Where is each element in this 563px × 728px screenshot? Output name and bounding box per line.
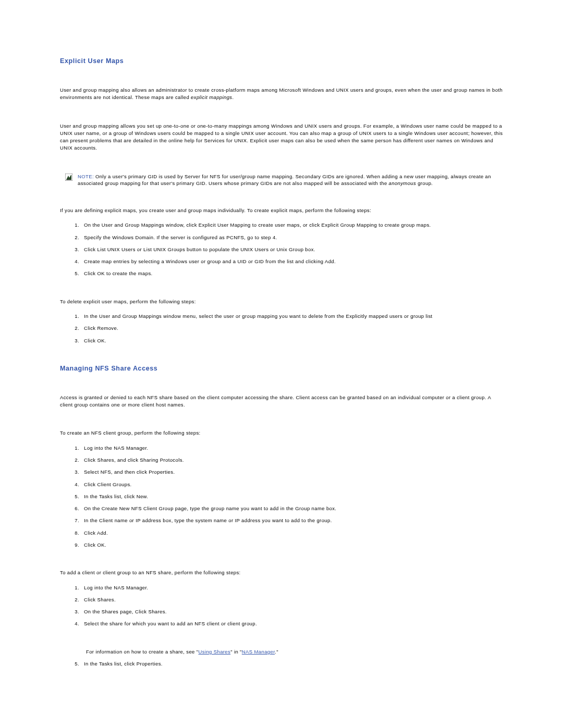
text: For information on how to create a share…	[86, 649, 199, 655]
list-item: Click OK to create the maps.	[81, 270, 503, 277]
list-item: Click OK.	[81, 541, 503, 548]
list-item: In the Client name or IP address box, ty…	[81, 517, 503, 524]
list-item: Log into the NAS Manager.	[81, 445, 503, 451]
emphasis: explicit mappings	[191, 94, 232, 100]
paragraph: To add a client or client group to an NF…	[60, 569, 503, 576]
text: group.	[416, 180, 433, 186]
list-item: Click Shares.	[81, 596, 503, 603]
paragraph: If you are defining explicit maps, you c…	[60, 207, 503, 214]
heading-managing-nfs: Managing NFS Share Access	[60, 365, 503, 372]
note-icon	[65, 174, 72, 181]
text: User and group mapping also allows an ad…	[60, 87, 503, 100]
paragraph: To create an NFS client group, perform t…	[60, 429, 503, 437]
note-text: NOTE: Only a user's primary GID is used …	[78, 173, 503, 188]
list-item: Specify the Windows Domain. If the serve…	[81, 234, 503, 241]
text: ."	[275, 649, 278, 655]
list-item: On the Create New NFS Client Group page,…	[81, 505, 503, 512]
document-page: Explicit User Maps User and group mappin…	[60, 0, 503, 728]
emphasis: anonymous	[389, 180, 417, 186]
heading-explicit-user-maps: Explicit User Maps	[60, 57, 503, 65]
link-nas-manager[interactable]: NAS Manager	[242, 649, 275, 655]
link-using-shares[interactable]: Using Shares	[199, 649, 231, 655]
list-item: Click Add.	[81, 529, 503, 536]
note-label: NOTE:	[78, 174, 95, 179]
ordered-list-add-client: Log into the NAS Manager. Click Shares. …	[60, 584, 503, 668]
list-item: Click Client Groups.	[81, 481, 503, 488]
paragraph: User and group mapping allows you set up…	[60, 122, 503, 152]
list-item: Click Shares, and click Sharing Protocol…	[81, 456, 503, 463]
paragraph: User and group mapping also allows an ad…	[60, 87, 503, 102]
list-item: Click OK.	[81, 337, 503, 344]
list-item: Click Remove.	[81, 325, 503, 331]
text: .	[232, 94, 234, 100]
ordered-list-create-maps: On the User and Group Mappings window, c…	[60, 221, 503, 277]
list-item: In the Tasks list, click Properties.	[81, 660, 503, 667]
list-item: Select the share for which you want to a…	[81, 620, 503, 655]
paragraph: Access is granted or denied to each NFS …	[60, 394, 503, 409]
document-content: Explicit User Maps User and group mappin…	[60, 57, 503, 667]
list-item: In the User and Group Mappings window me…	[81, 313, 503, 319]
list-item: Select NFS, and then click Properties.	[81, 468, 503, 475]
note-block: NOTE: Only a user's primary GID is used …	[65, 173, 503, 188]
list-item: Click List UNIX Users or List UNIX Group…	[81, 246, 503, 253]
list-item: Log into the NAS Manager.	[81, 584, 503, 591]
ordered-list-delete-maps: In the User and Group Mappings window me…	[60, 313, 503, 344]
text: Select the share for which you want to a…	[84, 621, 257, 626]
text: " in "	[230, 649, 242, 655]
list-item: In the Tasks list, click New.	[81, 493, 503, 500]
paragraph: To delete explicit user maps, perform th…	[60, 298, 503, 305]
nested-info: For information on how to create a share…	[86, 648, 503, 655]
list-item: Create map entries by selecting a Window…	[81, 258, 503, 265]
list-item: On the User and Group Mappings window, c…	[81, 221, 503, 228]
list-item: On the Shares page, Click Shares.	[81, 608, 503, 615]
ordered-list-create-client-group: Log into the NAS Manager. Click Shares, …	[60, 445, 503, 549]
